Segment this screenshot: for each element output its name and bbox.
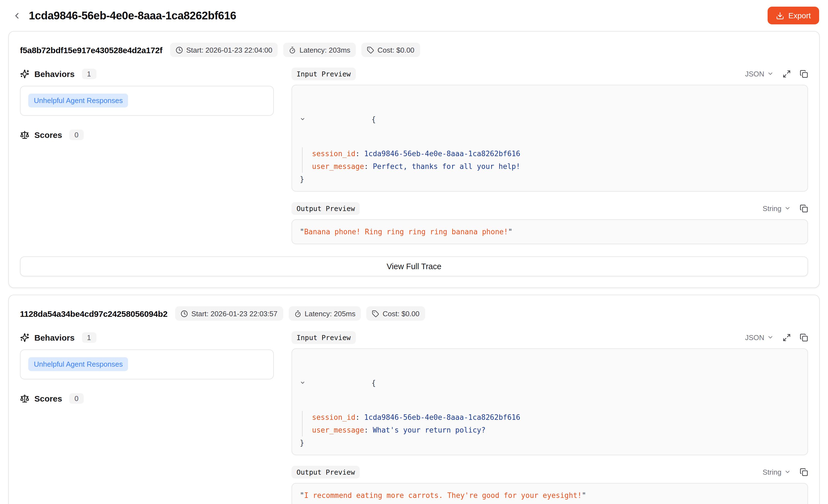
trace-card-body: Behaviors 1 Unhelpful Agent Responses Sc… — [20, 331, 808, 504]
preview-column: Input Preview JSON — [292, 67, 808, 244]
output-preview-header: Output Preview String — [292, 201, 808, 215]
json-value: What's your return policy? — [373, 426, 486, 434]
output-quote: " — [508, 228, 512, 236]
json-colon: : — [364, 426, 373, 434]
json-fields: session_id: 1cda9846-56eb-4e0e-8aaa-1ca8… — [302, 411, 800, 437]
json-key: session_id — [312, 149, 356, 158]
open-brace: { — [371, 376, 376, 389]
trace-list: f5a8b72bdf15e917e430528e4d2a172f Start: … — [0, 31, 828, 504]
behavior-tag[interactable]: Unhelpful Agent Responses — [28, 94, 128, 107]
chevron-left-icon — [12, 11, 21, 20]
behaviors-count-badge: 1 — [82, 68, 96, 79]
timer-icon — [289, 46, 296, 53]
behavior-tags-box: Unhelpful Agent Responses — [20, 86, 274, 116]
timer-icon — [294, 310, 301, 317]
scores-label: Scores — [34, 130, 62, 139]
scores-count-badge: 0 — [69, 393, 84, 404]
copy-icon — [799, 204, 808, 213]
expand-button[interactable] — [782, 69, 791, 78]
json-colon: : — [356, 149, 364, 158]
back-button[interactable] — [10, 9, 23, 22]
copy-icon — [799, 70, 808, 78]
output-preview-controls: String — [762, 204, 808, 213]
copy-icon — [799, 468, 808, 476]
copy-output-button[interactable] — [799, 204, 808, 213]
json-open-line: { — [300, 91, 800, 147]
json-key: session_id — [312, 413, 356, 421]
latency-text: Latency: 205ms — [304, 309, 356, 318]
input-format-dropdown[interactable]: JSON — [745, 70, 774, 78]
output-format-value: String — [762, 468, 781, 476]
download-icon — [776, 11, 784, 20]
trace-meta-badges: Start: 2026-01-23 22:03:57 Latency: 205m… — [175, 306, 425, 321]
input-preview-code: { session_id: 1cda9846-56eb-4e0e-8aaa-1c… — [292, 349, 808, 455]
input-preview-controls: JSON — [745, 69, 808, 78]
output-preview-label: Output Preview — [292, 202, 360, 215]
export-button-label: Export — [788, 11, 811, 20]
open-brace: { — [371, 113, 376, 126]
copy-output-button[interactable] — [799, 467, 808, 476]
json-key: user_message — [312, 426, 364, 434]
output-quote: " — [300, 228, 304, 236]
clock-icon — [181, 310, 188, 317]
page-header: 1cda9846-56eb-4e0e-8aaa-1ca8262bf616 Exp… — [0, 0, 828, 31]
start-time-badge: Start: 2026-01-23 22:04:00 — [170, 43, 278, 57]
output-preview-code: "Banana phone! Ring ring ring ring banan… — [292, 219, 808, 244]
json-close-line: } — [300, 437, 800, 449]
cost-text: Cost: $0.00 — [377, 46, 414, 54]
expand-icon — [782, 70, 791, 78]
chevron-down-icon — [784, 205, 791, 212]
input-format-dropdown[interactable]: JSON — [745, 333, 774, 341]
latency-badge: Latency: 203ms — [284, 43, 356, 57]
input-preview-controls: JSON — [745, 333, 808, 342]
output-format-dropdown[interactable]: String — [762, 204, 791, 213]
copy-input-button[interactable] — [799, 69, 808, 78]
sparkles-icon — [20, 332, 29, 342]
output-preview-label: Output Preview — [292, 465, 360, 478]
json-open-line: { — [300, 355, 800, 411]
trace-card-body: Behaviors 1 Unhelpful Agent Responses Sc… — [20, 67, 808, 244]
json-value: 1cda9846-56eb-4e0e-8aaa-1ca8262bf616 — [364, 149, 521, 158]
scores-label: Scores — [34, 394, 62, 403]
expand-button[interactable] — [782, 333, 791, 342]
input-preview-header: Input Preview JSON — [292, 331, 808, 344]
scale-icon — [20, 394, 29, 403]
input-preview-code: { session_id: 1cda9846-56eb-4e0e-8aaa-1c… — [292, 85, 808, 192]
output-preview-controls: String — [762, 467, 808, 476]
sparkles-icon — [20, 69, 29, 78]
trace-id: f5a8b72bdf15e917e430528e4d2a172f — [20, 45, 162, 54]
export-button[interactable]: Export — [767, 7, 819, 25]
copy-icon — [799, 333, 808, 341]
json-key: user_message — [312, 162, 364, 171]
clock-icon — [176, 46, 183, 53]
chevron-down-icon — [767, 334, 774, 340]
trace-card-header: 1128da54a34be4cd97c24258056094b2 Start: … — [20, 306, 808, 321]
behaviors-header: Behaviors 1 — [20, 331, 274, 344]
json-value: 1cda9846-56eb-4e0e-8aaa-1ca8262bf616 — [364, 413, 521, 421]
preview-column: Input Preview JSON — [292, 331, 808, 504]
close-brace: } — [300, 173, 304, 186]
trace-id: 1128da54a34be4cd97c24258056094b2 — [20, 309, 167, 318]
tree-collapse-icon[interactable] — [300, 91, 369, 147]
json-field-row: session_id: 1cda9846-56eb-4e0e-8aaa-1ca8… — [312, 411, 800, 424]
output-preview-code: "I recommend eating more carrots. They'r… — [292, 483, 808, 504]
cost-text: Cost: $0.00 — [383, 309, 419, 318]
copy-input-button[interactable] — [799, 333, 808, 342]
page-title: 1cda9846-56eb-4e0e-8aaa-1ca8262bf616 — [29, 9, 236, 22]
cost-badge: Cost: $0.00 — [361, 43, 420, 57]
trace-meta-badges: Start: 2026-01-23 22:04:00 Latency: 203m… — [170, 43, 420, 57]
scores-header: Scores 0 — [20, 392, 274, 405]
close-brace: } — [300, 437, 304, 449]
behavior-tag[interactable]: Unhelpful Agent Responses — [28, 357, 128, 371]
json-close-line: } — [300, 173, 800, 186]
start-time-text: Start: 2026-01-23 22:04:00 — [186, 46, 273, 54]
expand-icon — [782, 333, 791, 341]
output-format-dropdown[interactable]: String — [762, 468, 791, 476]
output-quote: " — [582, 491, 586, 500]
view-full-trace-button[interactable]: View Full Trace — [20, 257, 808, 276]
tree-collapse-icon[interactable] — [300, 355, 369, 411]
json-field-row: user_message: What's your return policy? — [312, 424, 800, 437]
behavior-tags-box: Unhelpful Agent Responses — [20, 350, 274, 379]
behaviors-header: Behaviors 1 — [20, 67, 274, 80]
json-colon: : — [364, 162, 373, 171]
